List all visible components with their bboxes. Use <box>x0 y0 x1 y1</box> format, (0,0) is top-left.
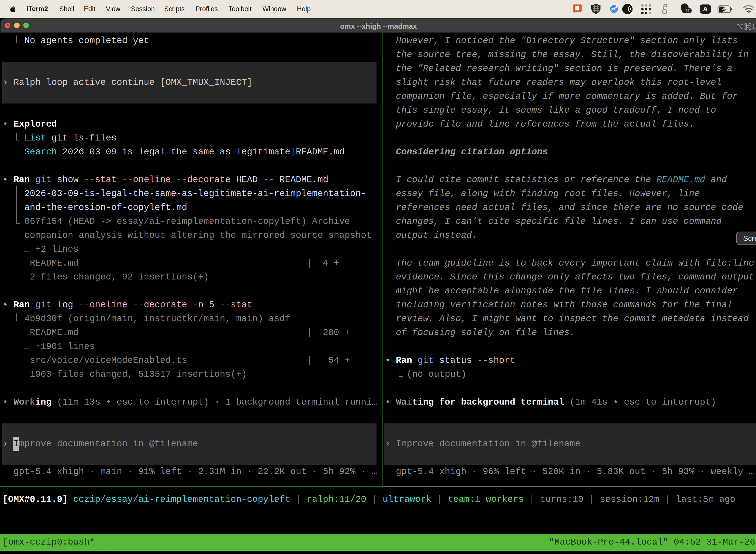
svg-text:..61: ..61 <box>683 8 690 13</box>
